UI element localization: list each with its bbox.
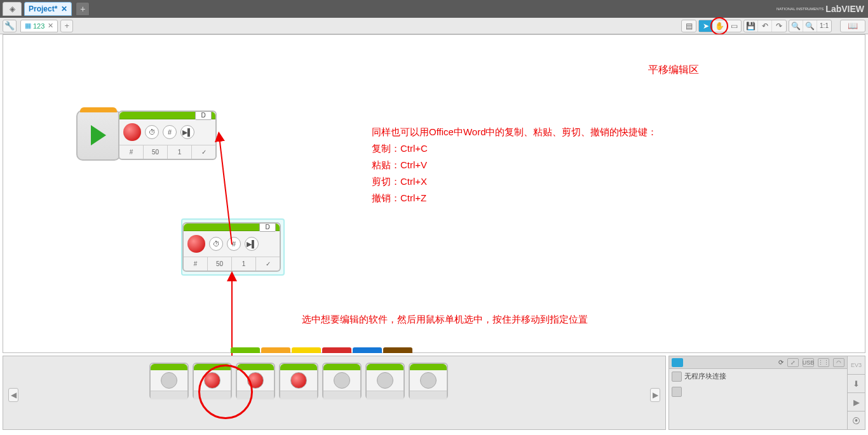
motor-icon [187,235,205,253]
play-stop-icon[interactable]: ▶▌ [180,125,194,139]
cursor-tool-button[interactable]: ➤ [699,20,713,32]
zoom-reset-button[interactable]: 1:1 [817,20,831,32]
annotation-pan: 平移编辑区 [648,62,699,78]
palette-item-display[interactable] [322,363,362,399]
bottom-panel: ◀ ▶ ⟳ ⤢ USB ⋮⋮ ◠ 无程序块连接 EV3 [0,353,868,432]
palette-tab-advanced[interactable] [353,347,382,353]
rotations-value[interactable]: 1 [232,257,256,271]
undo-button[interactable]: ↶ [758,20,772,32]
brick-icon[interactable] [672,358,683,367]
home-button[interactable]: ◈ [3,2,22,16]
comment-tool-button[interactable]: ▭ [727,20,741,32]
run-button[interactable]: ▶ [848,393,865,412]
mode-icon[interactable]: ⏱ [209,237,223,251]
palette-tab-flow[interactable] [261,347,290,353]
document-button[interactable]: ▤ [682,20,696,32]
port-label[interactable]: D [259,223,276,232]
program-start-chain: D ⏱ # ▶▌ # 50 1 ✓ [76,110,217,161]
program-tab-label: 123 [33,22,44,30]
ev3-label: EV3 [848,356,865,375]
motor-block-selected[interactable]: D ⏱ # ▶▌ # 50 1 ✓ [182,222,281,272]
wifi-icon[interactable]: ◠ [833,358,844,367]
palette-item-large-motor[interactable] [193,363,232,399]
redo-button[interactable]: ↷ [772,20,786,32]
palette-scroll-left[interactable]: ◀ [8,388,18,402]
canvas[interactable]: D ⏱ # ▶▌ # 50 1 ✓ D ⏱ # ▶▌ [3,34,865,353]
power-value[interactable]: 50 [144,145,168,159]
palette-item-move-steering[interactable] [236,363,275,399]
play-icon [91,125,106,145]
zoom-in-button[interactable]: 🔍 [803,20,817,32]
expand-icon[interactable]: ⤢ [787,358,799,367]
rotations-icon[interactable]: # [227,237,241,251]
status-message: 无程序块连接 [684,371,726,382]
hardware-panel: ⟳ ⤢ USB ⋮⋮ ◠ 无程序块连接 EV3 ⬇ ▶ ⦿ [668,356,865,430]
hash-icon[interactable]: # [184,257,208,271]
save-button[interactable]: 💾 [744,20,758,32]
close-icon[interactable]: ✕ [48,22,53,30]
annotation-drag: 选中想要编辑的软件，然后用鼠标单机选中，按住并移动到指定位置 [302,311,588,328]
palette-tab-data[interactable] [322,347,351,353]
brand-logo: NATIONAL INSTRUMENTS LabVIEW [776,4,864,14]
brake-icon[interactable]: ✓ [192,145,215,159]
palette-tab-myblocks[interactable] [383,347,412,353]
mode-icon[interactable]: ⏱ [145,125,159,139]
toolbar: 🔧 ▦ 123 ✕ + ▤ ➤ ✋ ▭ 💾 ↶ ↷ 🔍 🔍 1:1 📖 [0,18,868,34]
selected-block-wrap: D ⏱ # ▶▌ # 50 1 ✓ [185,222,281,272]
download-button[interactable]: ⬇ [848,375,865,393]
status-icon [672,371,682,382]
project-tab[interactable]: Project* ✕ [24,2,72,16]
add-project-button[interactable]: + [76,2,90,16]
info-icon[interactable] [672,387,682,397]
start-block[interactable] [76,110,121,161]
zoom-out-button[interactable]: 🔍 [789,20,803,32]
rotations-value[interactable]: 1 [168,145,192,159]
program-icon: ▦ [25,22,31,30]
palette-item-sound[interactable] [365,363,405,399]
annotation-shortcuts: 同样也可以用Office中Word中的复制、粘贴、剪切、撤销的快捷键： 复制：C… [372,124,657,206]
close-icon[interactable]: ✕ [61,4,67,13]
wrench-button[interactable]: 🔧 [3,20,17,32]
usb-label[interactable]: USB [803,358,814,367]
play-stop-icon[interactable]: ▶▌ [245,237,259,251]
pan-tool-button[interactable]: ✋ [713,20,727,32]
help-button[interactable]: 📖 [840,20,865,32]
program-tab[interactable]: ▦ 123 ✕ [20,20,58,32]
run-selected-button[interactable]: ⦿ [848,412,865,429]
palette-item-medium-motor[interactable] [149,363,189,399]
palette-item-brick-status[interactable] [409,363,448,399]
title-bar: ◈ Project* ✕ + NATIONAL INSTRUMENTS LabV… [0,0,868,18]
project-tab-label: Project* [29,4,57,13]
add-program-button[interactable]: + [60,20,73,32]
brake-icon[interactable]: ✓ [256,257,280,271]
rotations-icon[interactable]: # [163,125,177,139]
refresh-icon[interactable]: ⟳ [778,359,783,366]
port-label[interactable]: D [195,111,212,120]
palette-tab-sensor[interactable] [292,347,321,353]
power-value[interactable]: 50 [208,257,232,271]
annotation-circle [710,17,728,35]
palette-item-move-tank[interactable] [279,363,318,399]
block-palette: ◀ ▶ [3,356,666,430]
motor-icon [123,123,141,141]
palette-scroll-right[interactable]: ▶ [650,388,660,402]
hash-icon[interactable]: # [119,145,144,159]
motor-block[interactable]: D ⏱ # ▶▌ # 50 1 ✓ [118,110,217,160]
palette-category-tabs [231,347,412,353]
palette-tab-action[interactable] [231,347,260,353]
bluetooth-icon[interactable]: ⋮⋮ [818,358,829,367]
run-controls: EV3 ⬇ ▶ ⦿ [847,356,865,429]
